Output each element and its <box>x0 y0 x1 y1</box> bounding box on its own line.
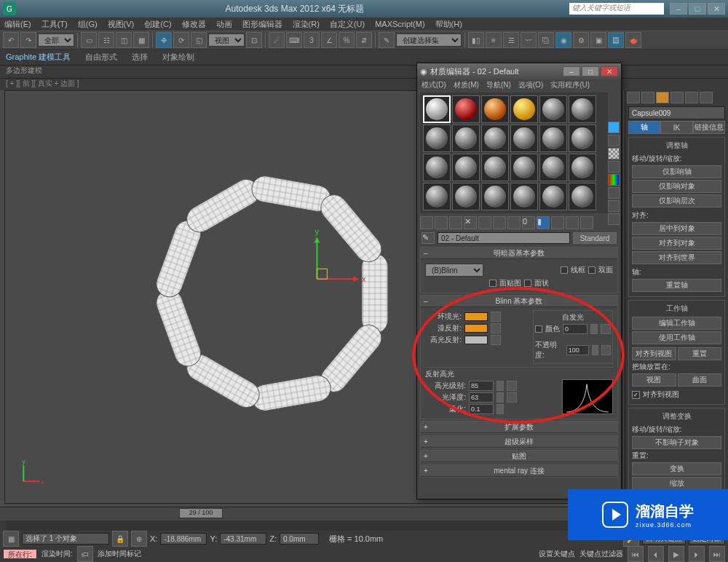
reset-map-icon[interactable]: ✕ <box>464 216 477 229</box>
restore-button[interactable]: □ <box>689 3 706 15</box>
select-icon[interactable]: ▭ <box>81 32 97 48</box>
facemap-checkbox[interactable] <box>489 280 496 287</box>
reset-button[interactable]: 重置 <box>678 347 722 360</box>
key-filters-button[interactable]: 关键点过滤器 <box>579 549 623 559</box>
get-material-icon[interactable] <box>420 216 433 229</box>
show-end-result-icon[interactable] <box>551 216 564 229</box>
undo-icon[interactable]: ↶ <box>3 32 19 48</box>
motion-tab-icon[interactable] <box>670 92 684 103</box>
adjust-pivot-header[interactable]: 调整轴 <box>632 140 721 151</box>
edit-working-pivot-button[interactable]: 编辑工作轴 <box>632 317 721 330</box>
z-coord-field[interactable]: 0.0mm <box>280 533 319 545</box>
material-name-field[interactable]: 02 - Default <box>438 232 570 244</box>
sample-slot-14[interactable] <box>452 154 480 181</box>
play-icon[interactable]: ▶ <box>668 546 684 562</box>
me-menu-modes[interactable]: 模式(D) <box>422 80 446 90</box>
diffuse-swatch[interactable] <box>464 324 488 333</box>
coord-display-icon[interactable]: ⊕ <box>131 531 147 547</box>
sample-slot-6[interactable] <box>569 95 596 123</box>
ribbon-tab-selection[interactable]: 选择 <box>132 52 148 63</box>
close-button[interactable]: ✕ <box>708 3 725 15</box>
display-tab-icon[interactable] <box>685 92 698 103</box>
make-unique-icon[interactable] <box>493 216 506 229</box>
lock-selection-icon[interactable]: 🔒 <box>112 531 128 547</box>
sample-slot-9[interactable] <box>481 124 509 152</box>
modify-tab-icon[interactable] <box>641 92 654 103</box>
put-to-library-icon[interactable] <box>507 216 521 229</box>
speclevel-map-button[interactable] <box>507 381 517 391</box>
named-selection-dropdown[interactable]: 创建选择集 <box>396 33 462 47</box>
render-icon[interactable]: 🖼 <box>608 32 624 48</box>
me-minimize-button[interactable]: – <box>563 66 580 76</box>
ambient-swatch[interactable] <box>464 312 488 321</box>
speclevel-arrows[interactable] <box>496 381 504 391</box>
material-id-icon[interactable]: 0 <box>522 216 535 229</box>
angle-snap-icon[interactable]: ∠ <box>321 32 337 48</box>
select-region-icon[interactable]: ◫ <box>116 32 132 48</box>
select-name-icon[interactable]: ☷ <box>98 32 114 48</box>
teapot-icon[interactable]: 🫖 <box>625 32 641 48</box>
ambient-lock-icon[interactable] <box>491 312 501 322</box>
soften-arrows[interactable] <box>496 404 504 414</box>
gloss-map-button[interactable] <box>507 392 517 403</box>
assign-to-selection-icon[interactable] <box>449 216 462 229</box>
speclevel-spinner[interactable]: 85 <box>469 381 494 391</box>
selfillum-spinner[interactable]: 0 <box>563 324 587 334</box>
sample-slot-12[interactable] <box>569 124 596 152</box>
sample-slot-2[interactable] <box>452 95 480 123</box>
options-icon[interactable] <box>608 200 620 212</box>
opacity-spinner[interactable]: 100 <box>566 345 589 355</box>
curve-editor-icon[interactable]: 〰 <box>521 32 537 48</box>
prev-frame-icon[interactable]: ⏴ <box>648 546 664 562</box>
dont-affect-children-button[interactable]: 不影响子对象 <box>632 436 721 449</box>
menu-rendering[interactable]: 渲染(R) <box>293 19 320 30</box>
object-name-field[interactable]: Capsule009 <box>628 106 725 119</box>
create-tab-icon[interactable] <box>627 92 640 103</box>
supersampling-rollout-header[interactable]: +超级采样 <box>421 436 617 448</box>
gloss-spinner[interactable]: 63 <box>469 392 494 403</box>
sample-slot-16[interactable] <box>510 154 538 181</box>
place-view-button[interactable]: 视图 <box>632 373 676 387</box>
render-setup-icon[interactable]: ⚙ <box>573 32 589 48</box>
sample-slot-24[interactable] <box>569 183 596 210</box>
affect-pivot-button[interactable]: 仅影响轴 <box>632 165 721 178</box>
goto-end-icon[interactable]: ⏭ <box>709 546 725 562</box>
keyboard-shortcut-icon[interactable]: ⌨ <box>286 32 302 48</box>
selection-filter[interactable]: 全部 <box>38 33 74 47</box>
ribbon-tab-paint[interactable]: 对象绘制 <box>162 52 194 63</box>
center-to-object-button[interactable]: 居中到对象 <box>632 222 721 235</box>
sample-uv-icon[interactable] <box>608 161 620 173</box>
shader-rollout-header[interactable]: –明暗器基本参数 <box>421 248 617 259</box>
reset-transform-button[interactable]: 变换 <box>632 462 721 475</box>
me-menu-material[interactable]: 材质(M) <box>454 80 479 90</box>
tab-pivot[interactable]: 轴 <box>628 121 660 134</box>
edit-named-sel-icon[interactable]: ✎ <box>379 32 395 48</box>
extended-rollout-header[interactable]: +扩展参数 <box>421 422 617 433</box>
working-pivot-header[interactable]: 工作轴 <box>632 304 721 314</box>
place-surface-button[interactable]: 曲面 <box>678 373 722 387</box>
add-time-tag[interactable]: 添加时间标记 <box>98 549 141 559</box>
go-parent-icon[interactable] <box>566 216 579 229</box>
sample-slot-10[interactable] <box>510 124 538 152</box>
sample-slot-22[interactable] <box>510 183 538 210</box>
menu-help[interactable]: 帮助(H) <box>435 19 462 30</box>
sample-slot-15[interactable] <box>481 154 509 181</box>
use-working-pivot-button[interactable]: 使用工作轴 <box>632 331 721 344</box>
menu-modifiers[interactable]: 修改器 <box>182 19 206 30</box>
help-search-input[interactable]: 键入关键字或短语 <box>569 3 664 15</box>
go-forward-icon[interactable] <box>580 216 593 229</box>
menu-grapheditors[interactable]: 图形编辑器 <box>242 19 282 30</box>
sample-slot-11[interactable] <box>539 124 567 152</box>
spinner-snap-icon[interactable]: ⇵ <box>356 32 372 48</box>
ribbon-tab-freeform[interactable]: 自由形式 <box>85 52 117 63</box>
material-type-button[interactable]: Standard <box>573 232 617 244</box>
align-icon[interactable]: ≡ <box>486 32 502 48</box>
align-view-checkbox[interactable]: ✓ <box>632 391 640 399</box>
me-menu-utilities[interactable]: 实用程序(U) <box>550 80 590 90</box>
affect-hierarchy-button[interactable]: 仅影响层次 <box>632 194 721 207</box>
time-slider-thumb[interactable]: 29 / 100 <box>179 508 223 518</box>
backlight-icon[interactable] <box>608 135 620 146</box>
rotate-icon[interactable]: ⟳ <box>173 32 189 48</box>
specular-map-button[interactable] <box>491 335 501 345</box>
tab-linkinfo[interactable]: 链接信息 <box>693 121 725 134</box>
